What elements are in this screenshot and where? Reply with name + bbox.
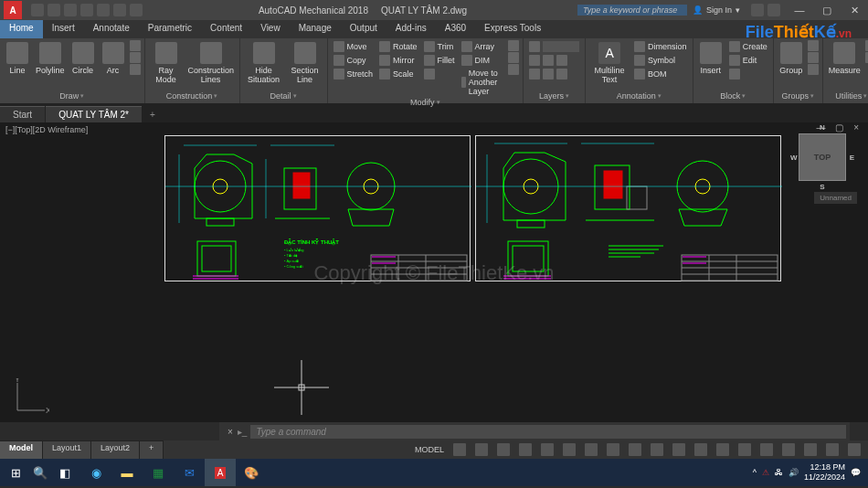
tab-annotate[interactable]: Annotate xyxy=(84,20,139,38)
osnap-icon[interactable] xyxy=(541,443,554,456)
circle-button[interactable]: Circle xyxy=(69,40,97,77)
doctab-add-button[interactable]: + xyxy=(143,107,163,122)
tab-parametric[interactable]: Parametric xyxy=(139,20,201,38)
outlook-icon[interactable]: ✉ xyxy=(174,459,205,486)
quickprop-icon[interactable] xyxy=(738,443,751,456)
tab-view[interactable]: View xyxy=(251,20,290,38)
snap-icon[interactable] xyxy=(475,443,488,456)
tab-home[interactable]: Home xyxy=(0,20,43,38)
dimension-button[interactable]: Dimension xyxy=(632,40,689,53)
symbol-button[interactable]: Symbol xyxy=(632,54,689,67)
tab-insert[interactable]: Insert xyxy=(43,20,84,38)
tab-output[interactable]: Output xyxy=(341,20,386,38)
hatch-icon[interactable] xyxy=(130,64,141,75)
maximize-button[interactable]: ▢ xyxy=(813,0,841,20)
view-name[interactable]: Unnamed xyxy=(814,192,857,204)
sign-in-button[interactable]: 👤 Sign In ▾ xyxy=(687,5,746,15)
scale-button[interactable]: Scale xyxy=(377,68,419,80)
measure-button[interactable]: Measure xyxy=(827,40,863,77)
rect-icon[interactable] xyxy=(130,40,141,51)
layerprop-icon[interactable] xyxy=(529,55,540,66)
cleanscreen-icon[interactable] xyxy=(826,443,839,456)
polar-icon[interactable] xyxy=(519,443,532,456)
qat-save-icon[interactable] xyxy=(64,4,77,16)
panel-label-layers[interactable]: Layers xyxy=(527,90,581,101)
workspace-icon[interactable] xyxy=(672,443,685,456)
arc-button[interactable]: Arc xyxy=(100,40,127,77)
mtext-button[interactable]: AMultiline Text xyxy=(589,40,630,86)
autocad-taskbar-icon[interactable]: A xyxy=(205,459,236,486)
isolate-icon[interactable] xyxy=(782,443,795,456)
explorer-icon[interactable]: ▬ xyxy=(111,459,143,486)
cmd-close-icon[interactable]: × xyxy=(223,427,238,437)
close-button[interactable]: ✕ xyxy=(841,0,868,20)
panel-label-draw[interactable]: Draw xyxy=(4,90,141,101)
tab-layout2[interactable]: Layout2 xyxy=(91,441,140,459)
command-input[interactable]: Type a command xyxy=(250,425,846,439)
sb-model[interactable]: MODEL xyxy=(411,445,448,454)
tab-layout1[interactable]: Layout1 xyxy=(43,441,91,459)
copy-button[interactable]: Copy xyxy=(332,54,376,67)
tray-volume-icon[interactable]: 🔊 xyxy=(789,468,799,477)
insert-button[interactable]: Insert xyxy=(697,40,725,77)
mod-icon3[interactable] xyxy=(508,64,519,75)
qat-new-icon[interactable] xyxy=(31,4,44,16)
panel-label-modify[interactable]: Modify xyxy=(332,97,520,108)
qat-redo-icon[interactable] xyxy=(130,4,143,16)
layer-combo[interactable] xyxy=(527,40,581,53)
move-button[interactable]: Move xyxy=(332,40,376,53)
viewcube-s[interactable]: S xyxy=(820,183,824,191)
raymode-button[interactable]: Ray Mode xyxy=(149,40,184,86)
edge-icon[interactable]: ◉ xyxy=(80,459,111,486)
panel-label-detail[interactable]: Detail xyxy=(244,90,323,101)
section-button[interactable]: Section Line xyxy=(287,40,323,86)
taskbar-search-icon[interactable]: 🔍 xyxy=(31,459,49,486)
groupbx-icon[interactable] xyxy=(808,64,819,75)
trim-button[interactable]: Trim xyxy=(422,40,457,53)
minimize-button[interactable]: — xyxy=(786,0,813,20)
panel-label-annotation[interactable]: Annotation xyxy=(589,90,689,101)
conlines-button[interactable]: Construction Lines xyxy=(186,40,236,86)
hwaccel-icon[interactable] xyxy=(804,443,817,456)
tab-model[interactable]: Model xyxy=(0,441,43,459)
layeriso-icon[interactable] xyxy=(543,55,554,66)
create-button[interactable]: Create xyxy=(727,40,769,53)
start-button[interactable]: ⊞ xyxy=(0,459,31,486)
excel-icon[interactable]: ▦ xyxy=(143,459,174,486)
panel-label-groups[interactable]: Groups xyxy=(778,90,819,101)
viewcube-e[interactable]: E xyxy=(850,154,854,162)
grid-icon[interactable] xyxy=(453,443,466,456)
layermatch-icon[interactable] xyxy=(556,69,567,80)
help-search-input[interactable]: Type a keyword or phrase xyxy=(577,5,687,16)
dim-button[interactable]: DIM xyxy=(460,54,506,67)
tab-addins[interactable]: Add-ins xyxy=(386,20,436,38)
tray-chevron-icon[interactable]: ^ xyxy=(753,468,757,477)
ellipse-icon[interactable] xyxy=(130,52,141,63)
tab-express[interactable]: Express Tools xyxy=(475,20,550,38)
viewport-label[interactable]: [−][Top][2D Wireframe] xyxy=(5,125,88,134)
stretch-button[interactable]: Stretch xyxy=(332,68,376,80)
annoscale-icon[interactable] xyxy=(651,443,663,456)
mod-icon2[interactable] xyxy=(508,52,519,63)
qat-plot-icon[interactable] xyxy=(97,4,110,16)
tab-manage[interactable]: Manage xyxy=(290,20,341,38)
tab-layout-add[interactable]: + xyxy=(140,441,164,459)
blk-icon[interactable] xyxy=(729,69,740,80)
ucs-icon[interactable]: X Y xyxy=(13,378,49,415)
lock-ui-icon[interactable] xyxy=(760,443,773,456)
bom-button[interactable]: BOM xyxy=(632,68,689,80)
tray-security-icon[interactable]: ⚠ xyxy=(762,468,769,477)
units-icon[interactable] xyxy=(716,443,729,456)
viewcube-w[interactable]: W xyxy=(790,154,798,162)
rotate-button[interactable]: Rotate xyxy=(377,40,419,53)
transparency-icon[interactable] xyxy=(607,443,619,456)
polyline-button[interactable]: Polyline xyxy=(34,40,67,77)
mirror-button[interactable]: Mirror xyxy=(377,54,419,67)
line-button[interactable]: Line xyxy=(4,40,31,77)
taskview-icon[interactable]: ◧ xyxy=(49,459,80,486)
help-icon[interactable] xyxy=(767,4,780,16)
panel-label-construction[interactable]: Construction xyxy=(149,90,236,101)
layerfrz-icon[interactable] xyxy=(529,69,540,80)
tab-a360[interactable]: A360 xyxy=(436,20,475,38)
qat-open-icon[interactable] xyxy=(48,4,60,16)
